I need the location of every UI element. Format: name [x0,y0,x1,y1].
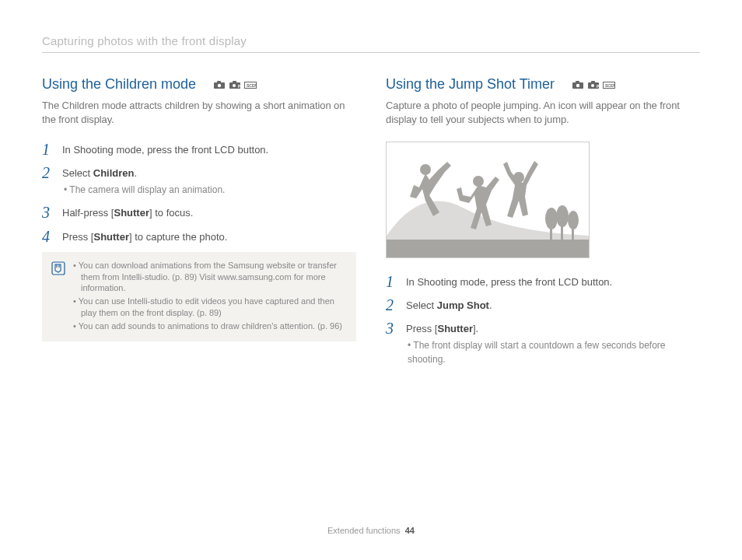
step-text: Press [Shutter]. [406,323,478,334]
sub-item: The camera will display an animation. [64,184,356,197]
svg-rect-26 [550,226,552,240]
svg-text:P: P [238,84,241,89]
step-text: In Shooting mode, press the front LCD bu… [62,144,268,156]
step-item: 3 Half-press [Shutter] to focus. [42,205,356,220]
step-text: Press [Shutter] to capture the photo. [62,231,227,243]
jump-illustration [386,142,590,258]
right-column: Using the Jump Shot Timer P SCENE Captur… [386,75,700,374]
svg-rect-1 [217,81,221,83]
svg-point-16 [591,84,594,87]
page-number: 44 [405,526,415,535]
svg-point-23 [473,176,484,187]
svg-text:P: P [597,84,600,89]
svg-point-22 [420,164,431,175]
step-item: 3 Press [Shutter]. The front display wil… [386,320,700,366]
note-box: You can download animations from the Sam… [42,252,356,341]
step-item: 4 Press [Shutter] to capture the photo. [42,229,356,244]
mode-icons-group: P SCENE [572,80,615,89]
left-column: Using the Children mode P SCENE The Chil… [42,75,356,374]
svg-rect-12 [576,81,579,83]
content-columns: Using the Children mode P SCENE The Chil… [42,75,700,374]
svg-rect-15 [591,81,595,83]
note-list: You can download animations from the Sam… [73,260,347,334]
camera-program-icon: P [229,80,241,89]
svg-rect-21 [387,240,589,257]
svg-text:SCENE: SCENE [247,82,257,87]
step-item: 2 Select Children. The camera will displ… [42,165,356,198]
step-text: Select Children. [62,167,137,179]
note-item: You can download animations from the Sam… [73,260,347,295]
svg-point-5 [233,84,236,87]
svg-point-13 [576,83,579,86]
intro-text: Capture a photo of people jumping. An ic… [386,99,700,127]
step-number: 4 [42,229,54,244]
steps-list-right: 1 In Shooting mode, press the front LCD … [386,274,700,366]
step-number: 3 [386,320,398,336]
scene-icon: SCENE [244,80,257,89]
step-text: In Shooting mode, press the front LCD bu… [406,276,612,288]
step-item: 2 Select Jump Shot. [386,297,700,313]
camera-auto-icon [213,80,226,89]
section-title-children: Using the Children mode P SCENE [42,75,356,94]
svg-point-25 [545,208,558,229]
step-sublist: The front display will start a countdown… [406,339,700,366]
section-title-jump: Using the Jump Shot Timer P SCENE [386,75,700,94]
step-number: 1 [42,142,54,157]
step-text: Half-press [Shutter] to focus. [62,207,193,219]
camera-auto-icon [572,80,584,89]
sub-item: The front display will start a countdown… [408,339,700,366]
footer-section: Extended functions [327,526,401,535]
svg-rect-28 [561,224,563,240]
page-header: Capturing photos with the front display [42,33,700,53]
camera-program-icon: P [587,80,600,89]
svg-text:SCENE: SCENE [605,82,615,87]
scene-icon: SCENE [603,80,615,89]
step-text: Select Jump Shot. [406,299,492,311]
step-number: 2 [386,297,398,313]
step-item: 1 In Shooting mode, press the front LCD … [386,274,700,289]
svg-point-2 [218,83,221,86]
intro-text: The Children mode attracts children by s… [42,99,356,127]
note-item: You can use Intelli-studio to edit video… [73,296,347,319]
steps-list-left: 1 In Shooting mode, press the front LCD … [42,142,356,244]
svg-rect-30 [572,226,574,240]
mode-icons-group: P SCENE [213,80,257,89]
section-heading: Using the Jump Shot Timer [386,75,555,94]
step-number: 2 [42,165,54,180]
section-heading: Using the Children mode [42,75,196,94]
note-icon [51,260,65,334]
step-number: 1 [386,274,398,289]
step-number: 3 [42,205,54,220]
step-sublist: The camera will display an animation. [62,184,356,197]
svg-rect-4 [233,81,236,83]
svg-point-27 [556,205,569,227]
note-item: You can add sounds to animations to draw… [73,320,347,332]
page-footer: Extended functions 44 [0,525,742,537]
step-item: 1 In Shooting mode, press the front LCD … [42,142,356,157]
